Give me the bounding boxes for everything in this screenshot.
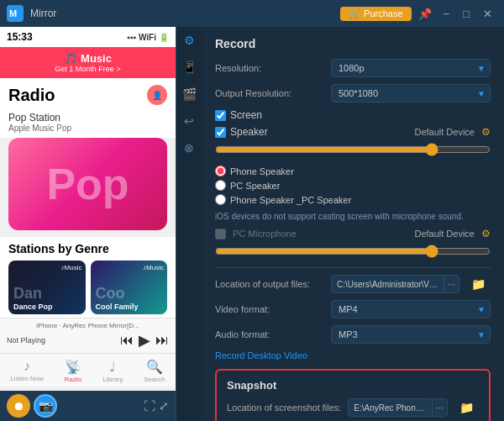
pin-icon[interactable]: 📌 bbox=[415, 6, 435, 22]
phone-screen: 15:33 ▪▪▪ WiFi 🔋 🎵 Music Get 1 Month Fre… bbox=[0, 27, 176, 391]
player-controls: Not Playing ⏮ ▶ ⏭ bbox=[7, 331, 169, 350]
player-song: Not Playing bbox=[7, 336, 45, 345]
battery-icon: 🔋 bbox=[159, 33, 169, 42]
speaker-checkbox[interactable] bbox=[215, 127, 226, 138]
mic-slider[interactable] bbox=[215, 245, 491, 258]
nav-listen-now[interactable]: ♪ Listen Now bbox=[10, 359, 44, 383]
screen-checkbox[interactable] bbox=[215, 110, 226, 121]
screenshot-files-row: Location of screenshot files: E:\AnyRec … bbox=[227, 398, 479, 417]
screenshot-files-dots[interactable]: ··· bbox=[432, 399, 447, 416]
app-title: Mirror bbox=[30, 8, 56, 19]
genre-cards: ♪Music Dan Dance Pop ♪Music Coo Cool Fam… bbox=[8, 260, 167, 314]
video-icon[interactable]: 🎬 bbox=[182, 87, 197, 101]
genre-card-cool[interactable]: ♪Music Coo Cool Family bbox=[91, 260, 168, 314]
audio-format-select[interactable]: MP3 AAC bbox=[331, 325, 491, 344]
title-bar-actions: 🛒 Purchase 📌 − □ ✕ bbox=[340, 6, 497, 22]
player-device: iPhone ∙ AnyRec Phone Mirror[D... bbox=[7, 322, 169, 329]
pc-mic-checkbox[interactable] bbox=[215, 229, 226, 239]
audio-format-wrapper: MP3 AAC ▼ bbox=[331, 325, 491, 344]
maximize-button[interactable]: □ bbox=[458, 6, 475, 22]
snapshot-section: Snapshot Location of screenshot files: E… bbox=[215, 369, 491, 421]
phone-speaker-radio[interactable] bbox=[215, 166, 226, 176]
next-button[interactable]: ⏭ bbox=[155, 333, 169, 348]
ios-note: iOS devices do not support casting scree… bbox=[215, 212, 491, 221]
phone-panel: 15:33 ▪▪▪ WiFi 🔋 🎵 Music Get 1 Month Fre… bbox=[0, 27, 176, 421]
divider-1 bbox=[215, 267, 491, 268]
svg-text:M: M bbox=[9, 8, 17, 18]
snapshot-title: Snapshot bbox=[227, 379, 479, 392]
nav-radio[interactable]: 📡 Radio bbox=[65, 359, 82, 383]
music-promo[interactable]: Get 1 Month Free > bbox=[8, 65, 167, 73]
apple-badge-1: ♪Music bbox=[61, 264, 82, 271]
control-buttons: ⏮ ▶ ⏭ bbox=[120, 331, 169, 350]
nav-search[interactable]: 🔍 Search bbox=[144, 359, 165, 383]
screenshot-files-path: E:\AnyRec PhoneMirror bbox=[349, 400, 431, 416]
phone-nav: ♪ Listen Now 📡 Radio ♩ Library 🔍 Search bbox=[0, 353, 176, 387]
phone-pc-speaker-option: Phone Speaker _PC Speaker bbox=[215, 194, 491, 205]
output-files-folder-icon[interactable]: 📁 bbox=[466, 276, 491, 292]
speaker-gear-icon[interactable]: ⚙ bbox=[481, 126, 491, 138]
title-bar: M Mirror 🛒 Purchase 📌 − □ ✕ bbox=[0, 0, 504, 27]
cart-icon: 🛒 bbox=[349, 8, 360, 19]
phone-pc-speaker-label: Phone Speaker _PC Speaker bbox=[230, 195, 351, 205]
station-sub: Apple Music Pop bbox=[8, 124, 167, 133]
video-format-wrapper: MP4 AVI MOV ▼ bbox=[331, 300, 491, 318]
speaker-slider[interactable] bbox=[215, 143, 491, 156]
mic-slider-row bbox=[215, 245, 491, 260]
pc-speaker-label: PC Speaker bbox=[230, 181, 280, 191]
pc-speaker-option: PC Speaker bbox=[215, 180, 491, 191]
music-header: 🎵 Music Get 1 Month Free > bbox=[0, 47, 176, 78]
prev-button[interactable]: ⏮ bbox=[120, 333, 134, 348]
camera-button[interactable]: 📷 bbox=[34, 394, 57, 418]
phone-speaker-label: Phone Speaker bbox=[230, 166, 294, 176]
pc-mic-gear-icon[interactable]: ⚙ bbox=[481, 228, 491, 239]
pop-banner[interactable]: Pop bbox=[8, 138, 167, 230]
station-info: Pop Station Apple Music Pop bbox=[0, 110, 176, 138]
station-name: Pop Station bbox=[8, 112, 167, 124]
settings-icon[interactable]: ⚙ bbox=[184, 34, 195, 47]
output-resolution-row: Output Resolution: 500*1080 ▼ bbox=[215, 84, 491, 103]
genre-card-dance[interactable]: ♪Music Dan Dance Pop bbox=[8, 260, 86, 314]
radio-title: Radio bbox=[8, 86, 55, 105]
bottom-player: iPhone ∙ AnyRec Phone Mirror[D... Not Pl… bbox=[0, 318, 176, 353]
pc-speaker-radio[interactable] bbox=[215, 180, 226, 191]
play-button[interactable]: ▶ bbox=[139, 331, 150, 350]
main-layout: 15:33 ▪▪▪ WiFi 🔋 🎵 Music Get 1 Month Fre… bbox=[0, 27, 504, 421]
speaker-device: Default Device bbox=[414, 127, 475, 137]
output-files-row: Location of output files: C:\Users\Admin… bbox=[215, 275, 491, 293]
video-format-select[interactable]: MP4 AVI MOV bbox=[331, 300, 491, 318]
genre-label-1: Dance Pop bbox=[13, 303, 53, 311]
record-button[interactable]: ⏺ bbox=[7, 394, 30, 418]
right-panel: Record Resolution: 1080p 720p 480p ▼ Out… bbox=[202, 27, 504, 421]
speaker-label: Speaker bbox=[230, 126, 268, 138]
output-files-label: Location of output files: bbox=[215, 279, 324, 289]
user-avatar[interactable]: 👤 bbox=[147, 85, 167, 105]
music-logo: 🎵 Music bbox=[8, 52, 167, 65]
audio-options: Phone Speaker PC Speaker Phone Speaker _… bbox=[215, 166, 491, 205]
stations-genre: Stations by Genre ♪Music Dan Dance Pop ♪… bbox=[0, 237, 176, 318]
expand-icon[interactable]: ⛶ bbox=[144, 399, 155, 413]
phone-icon[interactable]: 📱 bbox=[182, 61, 197, 74]
minimize-button[interactable]: − bbox=[438, 6, 455, 22]
record-desktop-link[interactable]: Record Desktop Video bbox=[215, 350, 491, 360]
audio-format-row: Audio format: MP3 AAC ▼ bbox=[215, 325, 491, 344]
close-button[interactable]: ✕ bbox=[478, 6, 497, 22]
wifi-icon: WiFi bbox=[139, 33, 156, 42]
pc-mic-row: PC Microphone Default Device ⚙ bbox=[215, 228, 491, 239]
nav-library[interactable]: ♩ Library bbox=[102, 359, 123, 383]
output-resolution-select[interactable]: 500*1080 bbox=[331, 84, 491, 103]
phone-pc-speaker-radio[interactable] bbox=[215, 194, 226, 205]
fullscreen-icon[interactable]: ⤢ bbox=[159, 399, 169, 413]
resolution-select[interactable]: 1080p 720p 480p bbox=[331, 59, 491, 77]
screenshot-folder-icon[interactable]: 📁 bbox=[454, 399, 479, 416]
output-files-dots[interactable]: ··· bbox=[444, 276, 459, 292]
resolution-select-wrapper: 1080p 720p 480p ▼ bbox=[331, 59, 491, 77]
radio-icon: 📡 bbox=[65, 359, 81, 375]
library-label: Library bbox=[102, 376, 123, 383]
radio-section: Radio 👤 bbox=[0, 78, 176, 110]
status-time: 15:33 bbox=[7, 31, 33, 43]
screen-label: Screen bbox=[230, 109, 262, 121]
purchase-button[interactable]: 🛒 Purchase bbox=[340, 7, 411, 21]
undo-icon[interactable]: ↩ bbox=[184, 114, 194, 128]
close-side-icon[interactable]: ⊗ bbox=[184, 141, 194, 155]
